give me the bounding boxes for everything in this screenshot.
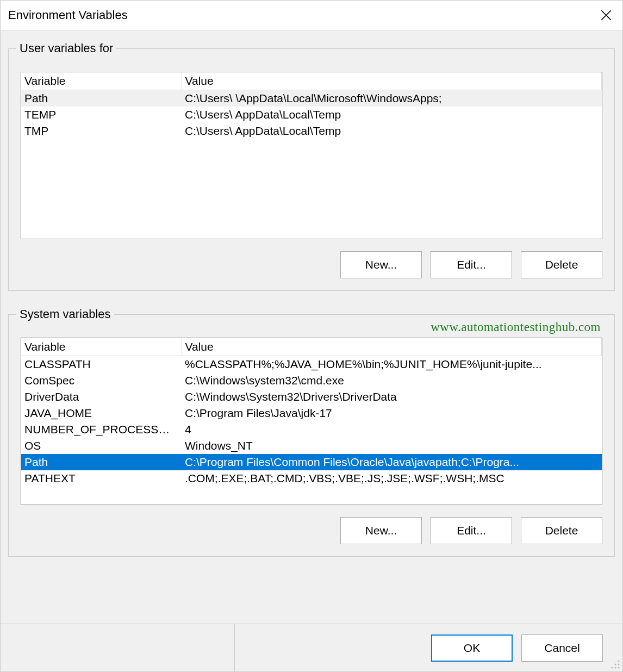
cell-variable: TEMP: [21, 107, 182, 123]
cell-value: C:\Users\ AppData\Local\Temp: [182, 107, 602, 123]
table-row[interactable]: NUMBER_OF_PROCESSORS4: [21, 421, 602, 438]
cell-value: Windows_NT: [182, 438, 602, 454]
watermark-text: www.automationtestinghub.com: [431, 320, 601, 334]
cell-value: C:\Users\ AppData\Local\Temp: [182, 123, 602, 139]
svg-point-0: [618, 661, 620, 662]
user-variables-table-wrap[interactable]: Variable Value PathC:\Users\ \AppData\Lo…: [21, 72, 602, 239]
close-icon: [601, 10, 612, 21]
svg-point-4: [615, 667, 616, 669]
cell-value: C:\Windows\System32\Drivers\DriverData: [182, 389, 602, 405]
table-row[interactable]: CLASSPATH%CLASSPATH%;%JAVA_HOME%\bin;%JU…: [21, 356, 602, 373]
system-new-button[interactable]: New...: [340, 517, 422, 544]
column-header-variable[interactable]: Variable: [21, 338, 182, 356]
cell-variable: NUMBER_OF_PROCESSORS: [21, 421, 182, 438]
cell-value: C:\Program Files\Common Files\Oracle\Jav…: [182, 454, 602, 470]
cell-variable: Path: [21, 454, 182, 470]
column-header-value[interactable]: Value: [182, 72, 602, 90]
cell-variable: OS: [21, 438, 182, 454]
system-delete-button[interactable]: Delete: [521, 517, 602, 544]
system-edit-button[interactable]: Edit...: [431, 517, 512, 544]
column-header-value[interactable]: Value: [182, 338, 602, 356]
table-row[interactable]: OSWindows_NT: [21, 438, 602, 454]
cell-value: 4: [182, 421, 602, 438]
system-table-header-row: Variable Value: [21, 338, 602, 356]
table-row[interactable]: PathC:\Program Files\Common Files\Oracle…: [21, 454, 602, 470]
user-variables-table: Variable Value PathC:\Users\ \AppData\Lo…: [21, 72, 602, 139]
cell-variable: JAVA_HOME: [21, 405, 182, 421]
system-variables-table: Variable Value CLASSPATH%CLASSPATH%;%JAV…: [21, 338, 602, 487]
footer-divider: [234, 624, 235, 671]
cell-variable: CLASSPATH: [21, 356, 182, 373]
svg-point-5: [618, 667, 620, 669]
table-row[interactable]: JAVA_HOMEC:\Program Files\Java\jdk-17: [21, 405, 602, 421]
system-variables-legend: System variables: [16, 307, 114, 321]
user-table-header-row: Variable Value: [21, 72, 602, 90]
dialog-body: User variables for Variable Value PathC:…: [1, 30, 622, 573]
user-edit-button[interactable]: Edit...: [431, 251, 512, 278]
svg-point-1: [615, 664, 616, 665]
cell-variable: Path: [21, 90, 182, 107]
cancel-button[interactable]: Cancel: [521, 634, 603, 662]
svg-point-3: [612, 667, 613, 669]
table-row[interactable]: TEMPC:\Users\ AppData\Local\Temp: [21, 107, 602, 123]
close-button[interactable]: [590, 1, 622, 30]
table-row[interactable]: TMPC:\Users\ AppData\Local\Temp: [21, 123, 602, 139]
cell-variable: ComSpec: [21, 372, 182, 389]
user-variables-group: User variables for Variable Value PathC:…: [8, 41, 615, 291]
cell-value: C:\Windows\system32\cmd.exe: [182, 372, 602, 389]
table-row[interactable]: PATHEXT.COM;.EXE;.BAT;.CMD;.VBS;.VBE;.JS…: [21, 470, 602, 487]
cell-value: C:\Users\ \AppData\Local\Microsoft\Windo…: [182, 90, 602, 107]
table-row[interactable]: DriverDataC:\Windows\System32\Drivers\Dr…: [21, 389, 602, 405]
cell-variable: PATHEXT: [21, 470, 182, 487]
ok-button[interactable]: OK: [431, 634, 513, 662]
system-buttons-row: New... Edit... Delete: [21, 517, 602, 544]
column-header-variable[interactable]: Variable: [21, 72, 182, 90]
dialog-footer: OK Cancel: [1, 624, 622, 671]
system-variables-group: System variables Variable Value CLASSPAT…: [8, 307, 615, 557]
table-row[interactable]: PathC:\Users\ \AppData\Local\Microsoft\W…: [21, 90, 602, 107]
user-delete-button[interactable]: Delete: [521, 251, 602, 278]
svg-point-2: [618, 664, 620, 665]
dialog-title: Environment Variables: [8, 8, 128, 22]
system-variables-table-wrap[interactable]: Variable Value CLASSPATH%CLASSPATH%;%JAV…: [21, 338, 602, 505]
cell-variable: TMP: [21, 123, 182, 139]
user-buttons-row: New... Edit... Delete: [21, 251, 602, 278]
cell-value: .COM;.EXE;.BAT;.CMD;.VBS;.VBE;.JS;.JSE;.…: [182, 470, 602, 487]
cell-variable: DriverData: [21, 389, 182, 405]
cell-value: C:\Program Files\Java\jdk-17: [182, 405, 602, 421]
cell-value: %CLASSPATH%;%JAVA_HOME%\bin;%JUNIT_HOME%…: [182, 356, 602, 373]
resize-grip-icon[interactable]: [610, 659, 620, 669]
user-variables-legend: User variables for: [16, 41, 116, 55]
titlebar: Environment Variables: [1, 1, 622, 30]
table-row[interactable]: ComSpecC:\Windows\system32\cmd.exe: [21, 372, 602, 389]
user-new-button[interactable]: New...: [340, 251, 422, 278]
